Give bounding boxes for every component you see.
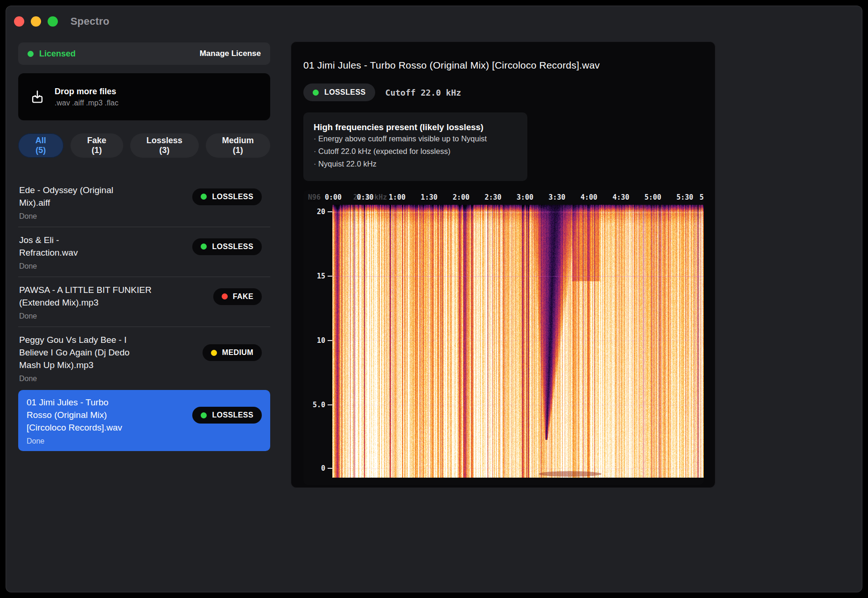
filter-tab-medium[interactable]: Medium (1) [206, 133, 270, 158]
freq-tick-label: 5.0 [313, 401, 332, 409]
file-status: Done [19, 312, 269, 320]
dropzone-formats: .wav .aiff .mp3 .flac [55, 99, 119, 107]
result-row: LOSSLESS Cutoff 22.0 kHz [303, 83, 703, 101]
time-tick-label: 5:30 [676, 193, 693, 202]
licensed-dot-icon [28, 51, 34, 57]
tick-mark [328, 404, 332, 405]
traffic-lights [14, 16, 58, 27]
analysis-point: Nyquist 22.0 kHz [314, 158, 515, 170]
minimize-button[interactable] [31, 16, 41, 27]
status-badge: LOSSLESS [192, 188, 262, 205]
status-badge: LOSSLESS [192, 238, 262, 255]
filter-tab-lossless[interactable]: Lossless (3) [130, 133, 199, 158]
status-dot-icon [222, 293, 228, 299]
time-tick-label: 1:30 [420, 193, 437, 202]
analysis-point: Cutoff 22.0 kHz (expected for lossless) [314, 145, 515, 158]
file-name: 01 Jimi Jules - Turbo Rosso (Original Mi… [27, 396, 129, 434]
freq-tick-label: 15 [317, 272, 332, 280]
status-dot-icon [201, 243, 207, 250]
time-tick-label: 0:30 [357, 193, 373, 202]
time-tick-label: 5:00 [644, 193, 661, 202]
status-dot-icon [313, 90, 319, 96]
time-tick-label: 3:00 [517, 193, 533, 202]
status-badge-label: FAKE [233, 292, 253, 301]
file-status: Done [19, 262, 269, 271]
status-dot-icon [211, 350, 217, 356]
status-badge-label: LOSSLESS [212, 243, 253, 251]
file-status: Done [19, 375, 269, 383]
file-name: PAWSA - A LITTLE BIT FUNKIER (Extended M… [19, 284, 160, 309]
time-axis: 0:000:301:001:302:002:303:003:304:004:30… [332, 191, 704, 204]
freq-axis: 2015105.00 [303, 190, 332, 485]
tick-mark [328, 340, 332, 341]
tick-mark [328, 468, 332, 469]
manage-license-button[interactable]: Manage License [200, 49, 261, 58]
file-name: Ede - Odyssey (Original Mix).aiff [19, 184, 137, 209]
dropzone[interactable]: Drop more files .wav .aiff .mp3 .flac [18, 73, 270, 120]
status-badge-label: MEDIUM [222, 348, 253, 357]
spectrogram-canvas [332, 205, 704, 478]
time-tick-label-clipped: 5: [700, 193, 704, 202]
file-name: Jos & Eli - Refraction.wav [19, 234, 112, 259]
freq-tick-label: 20 [317, 208, 332, 216]
analysis-box: High frequencies present (likely lossles… [303, 112, 527, 181]
zoom-button[interactable] [48, 16, 58, 27]
app-title: Spectro [70, 15, 109, 28]
status-badge: MEDIUM [203, 344, 262, 361]
time-tick-label: 4:00 [581, 193, 597, 202]
status-badge: LOSSLESS [192, 407, 262, 424]
result-badge-label: LOSSLESS [324, 88, 366, 97]
status-badge-label: LOSSLESS [212, 411, 253, 419]
dropzone-title: Drop more files [55, 87, 119, 97]
file-list: Ede - Odyssey (Original Mix).aiff LOSSLE… [18, 177, 270, 451]
status-dot-icon [201, 412, 207, 418]
list-item[interactable]: Ede - Odyssey (Original Mix).aiff LOSSLE… [18, 177, 270, 227]
result-badge: LOSSLESS [303, 83, 375, 101]
status-badge: FAKE [213, 288, 262, 305]
freq-tick-label: 10 [317, 336, 332, 345]
list-item[interactable]: Peggy Gou Vs Lady Bee - I Believe I Go A… [18, 327, 270, 385]
time-tick-label: 2:00 [453, 193, 469, 202]
cutoff-label: Cutoff 22.0 kHz [385, 88, 462, 97]
time-tick-label: 4:30 [612, 193, 629, 202]
filter-tabs: All (5) Fake (1) Lossless (3) Medium (1) [18, 133, 270, 158]
file-name: Peggy Gou Vs Lady Bee - I Believe I Go A… [19, 334, 134, 372]
list-item[interactable]: PAWSA - A LITTLE BIT FUNKIER (Extended M… [18, 277, 270, 327]
file-status: Done [27, 437, 263, 445]
filter-tab-all[interactable]: All (5) [18, 133, 63, 158]
status-badge-label: LOSSLESS [212, 193, 253, 201]
status-dot-icon [201, 194, 207, 200]
app-window: Spectro Licensed Manage License Drop mor… [6, 6, 862, 592]
list-item-selected[interactable]: 01 Jimi Jules - Turbo Rosso (Original Mi… [18, 390, 270, 451]
tick-mark [328, 211, 332, 212]
tick-mark [328, 276, 332, 277]
time-tick-label: 2:30 [484, 193, 501, 202]
licensed-label: Licensed [39, 49, 76, 59]
file-status: Done [19, 212, 269, 221]
list-item[interactable]: Jos & Eli - Refraction.wav LOSSLESS Done [18, 227, 270, 277]
time-tick-label: 1:00 [389, 193, 406, 202]
analysis-heading: High frequencies present (likely lossles… [314, 122, 515, 132]
sidebar: Licensed Manage License Drop more files … [18, 42, 270, 451]
close-button[interactable] [14, 16, 24, 27]
titlebar: Spectro [6, 6, 862, 30]
download-tray-icon [29, 89, 45, 105]
page-title: 01 Jimi Jules - Turbo Rosso (Original Mi… [303, 60, 703, 71]
filter-tab-fake[interactable]: Fake (1) [70, 133, 123, 158]
analysis-point: Energy above cutoff remains visible up t… [314, 132, 515, 145]
license-bar: Licensed Manage License [18, 42, 270, 65]
freq-tick-label: 0 [321, 464, 332, 473]
time-tick-label: 3:30 [548, 193, 565, 202]
main-panel: 01 Jimi Jules - Turbo Rosso (Original Mi… [291, 42, 715, 488]
spectrogram: 0:000:301:001:302:002:303:003:304:004:30… [303, 190, 704, 485]
